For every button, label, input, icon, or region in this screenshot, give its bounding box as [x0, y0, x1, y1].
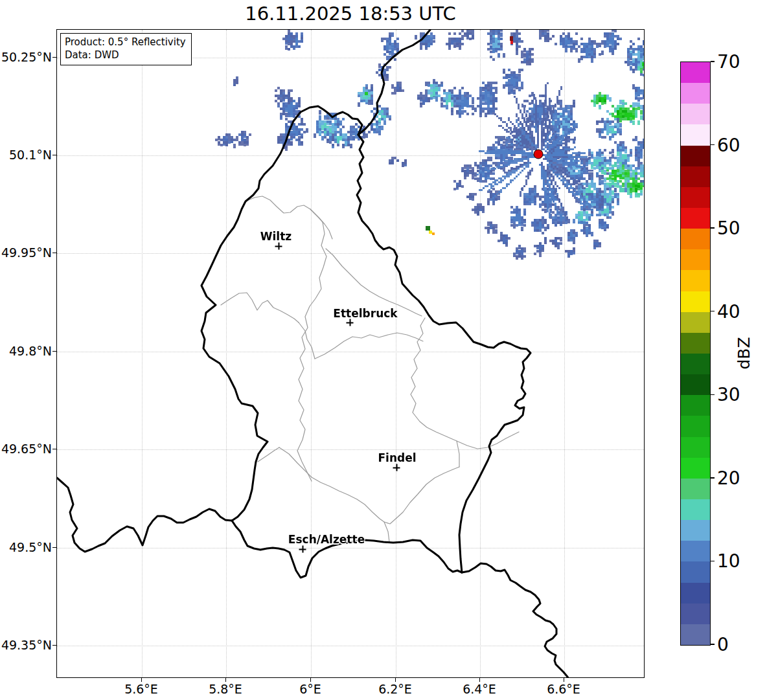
- y-tick-mark: [52, 449, 56, 449]
- colorbar-segment: [681, 457, 710, 479]
- country-border-path: [201, 30, 430, 521]
- y-tick-label: 50.1°N: [9, 148, 52, 162]
- colorbar-segment: [681, 561, 710, 583]
- canton-border-path: [457, 441, 459, 467]
- colorbar-tick-mark: [711, 311, 715, 311]
- colorbar-segment: [681, 83, 710, 104]
- y-tick-mark: [52, 351, 56, 352]
- city-label: Findel: [378, 451, 416, 464]
- colorbar-segment: [681, 249, 710, 271]
- city-marker: [347, 319, 354, 326]
- colorbar-tick-mark: [711, 477, 715, 478]
- colorbar-segment: [681, 582, 710, 604]
- y-tick-mark: [52, 547, 56, 548]
- canton-border-path: [279, 447, 459, 524]
- city-marker: [393, 464, 400, 471]
- colorbar-segment: [681, 186, 710, 208]
- canton-borders: [221, 196, 519, 542]
- y-tick-mark: [52, 57, 56, 58]
- canton-border-path: [384, 522, 389, 542]
- x-tick-label: 6.4°E: [463, 682, 496, 696]
- colorbar-segment: [681, 354, 710, 375]
- colorbar-segment: [681, 311, 710, 333]
- y-tick-label: 50.25°N: [1, 50, 52, 64]
- city-label: Ettelbruck: [333, 307, 397, 320]
- canton-border-path: [310, 209, 332, 239]
- colorbar-segment: [681, 166, 710, 187]
- x-tick-label: 6.6°E: [547, 682, 580, 696]
- canton-border-path: [326, 249, 422, 316]
- colorbar-segment: [681, 499, 710, 521]
- country-borders: [57, 30, 569, 678]
- colorbar-tick-mark: [711, 561, 715, 561]
- colorbar-tick-mark: [711, 61, 715, 62]
- colorbar-segment: [681, 624, 710, 645]
- x-tick-label: 5.8°E: [209, 682, 242, 696]
- colorbar-segment: [681, 416, 710, 437]
- colorbar-segment: [681, 229, 710, 250]
- city-marker: [299, 546, 306, 553]
- canton-border-path: [221, 293, 299, 322]
- y-tick-label: 49.5°N: [9, 540, 52, 554]
- colorbar-axis-label: dBZ: [731, 62, 757, 644]
- city-label: Wiltz: [260, 230, 292, 243]
- map-frame: Product: 0.5° Reflectivity Data: DWD Wil…: [56, 29, 645, 678]
- canton-border-path: [411, 318, 519, 449]
- colorbar-segment: [681, 332, 710, 354]
- x-tick-label: 6.2°E: [378, 682, 412, 696]
- colorbar-tick-label: 0: [717, 634, 729, 655]
- canton-border-path: [315, 333, 423, 359]
- colorbar-segment: [681, 145, 710, 166]
- colorbar-tick-mark: [711, 227, 715, 228]
- colorbar-segment: [681, 436, 710, 458]
- colorbar-segment: [681, 541, 710, 562]
- colorbar-segment: [681, 104, 710, 125]
- radar-figure: 16.11.2025 18:53 UTC Product: 0.5° Refle…: [0, 0, 767, 700]
- country-border-path: [232, 521, 462, 578]
- y-tick-mark: [52, 155, 56, 155]
- colorbar-segment: [681, 374, 710, 396]
- product-info-box: Product: 0.5° Reflectivity Data: DWD: [60, 33, 192, 65]
- y-tick-label: 49.95°N: [1, 245, 52, 260]
- canton-border-path: [246, 196, 323, 222]
- data-source-line: Data: DWD: [65, 49, 186, 62]
- y-tick-label: 49.65°N: [1, 442, 52, 456]
- colorbar-segment: [681, 124, 710, 146]
- y-tick-mark: [52, 253, 56, 253]
- colorbar-segment: [681, 478, 710, 499]
- city-label: Esch/Alzette: [288, 533, 365, 546]
- map-borders-svg: [57, 30, 645, 678]
- country-border-path: [462, 563, 569, 678]
- colorbar-segment: [681, 603, 710, 624]
- country-border-path: [57, 478, 232, 552]
- colorbar-segment: [681, 395, 710, 416]
- colorbar-segment: [681, 291, 710, 312]
- colorbar-segment: [681, 520, 710, 541]
- country-border-path: [357, 135, 531, 572]
- canton-border-path: [299, 322, 315, 359]
- canton-border-path: [297, 222, 326, 481]
- figure-title: 16.11.2025 18:53 UTC: [56, 3, 645, 25]
- colorbar-segment: [681, 62, 710, 84]
- colorbar-tick-mark: [711, 644, 715, 644]
- city-marker: [275, 243, 282, 250]
- colorbar-segment: [681, 270, 710, 291]
- colorbar-tick-mark: [711, 394, 715, 395]
- product-line: Product: 0.5° Reflectivity: [65, 36, 186, 49]
- radar-site-marker: [534, 150, 544, 159]
- x-tick-label: 5.6°E: [124, 682, 158, 696]
- colorbar-segment: [681, 208, 710, 229]
- colorbar-tick-mark: [711, 144, 715, 145]
- x-tick-label: 6°E: [299, 682, 321, 696]
- y-tick-mark: [52, 645, 56, 646]
- y-tick-label: 49.8°N: [9, 344, 52, 358]
- y-tick-label: 49.35°N: [1, 638, 52, 652]
- colorbar: [680, 62, 711, 646]
